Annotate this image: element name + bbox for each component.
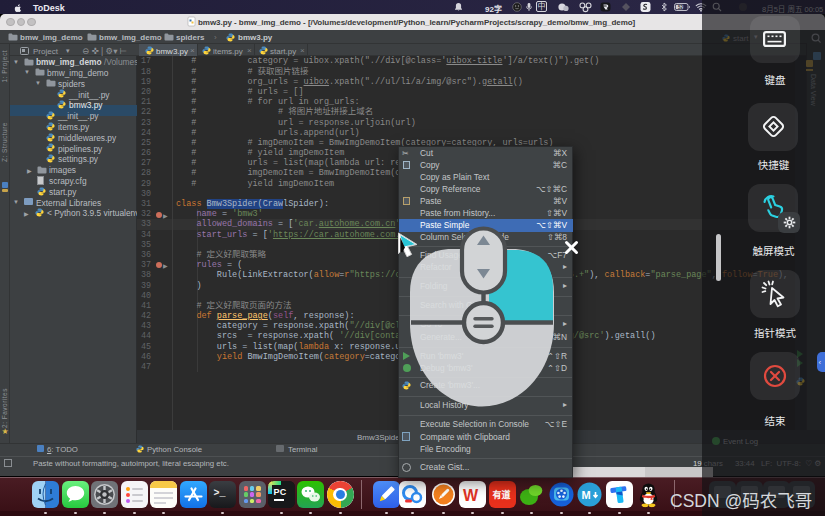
svg-text:M: M bbox=[581, 489, 590, 501]
svg-text:W: W bbox=[463, 487, 479, 504]
svg-text:52: 52 bbox=[678, 5, 684, 10]
